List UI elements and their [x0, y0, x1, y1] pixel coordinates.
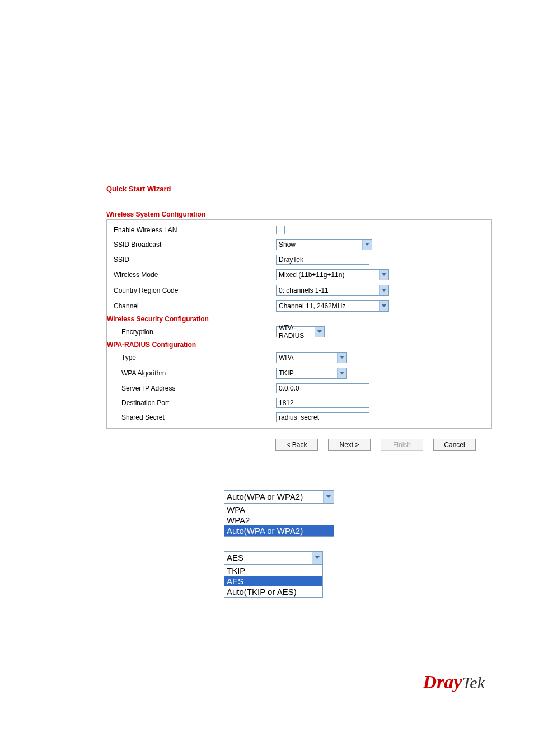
label-enable-wlan: Enable Wireless LAN: [114, 226, 276, 234]
chevron-down-icon: [379, 270, 388, 280]
divider: [106, 198, 492, 198]
select-value: 0: channels 1-11: [277, 287, 379, 294]
dropdown-option[interactable]: TKIP: [224, 565, 322, 576]
chevron-down-icon: [312, 552, 322, 564]
label-type: Type: [114, 354, 276, 361]
section-title-security: Wireless Security Configuration: [107, 315, 209, 323]
select-type[interactable]: WPA: [276, 352, 347, 363]
page-title: Quick Start Wizard: [106, 185, 492, 193]
example-algo-select[interactable]: AES: [224, 551, 323, 565]
checkbox-enable-wlan[interactable]: [276, 226, 285, 234]
select-value: Show: [277, 241, 362, 248]
select-value: WPA: [277, 354, 337, 361]
input-dest-port[interactable]: 1812: [276, 398, 369, 408]
section-title-system: Wireless System Configuration: [106, 210, 492, 218]
example-type-dropdown: WPA WPA2 Auto(WPA or WPA2): [224, 504, 334, 537]
dropdown-option-selected[interactable]: Auto(WPA or WPA2): [224, 525, 334, 536]
label-dest-port: Destination Port: [114, 399, 276, 407]
chevron-down-icon: [379, 301, 388, 311]
back-button[interactable]: < Back: [275, 439, 318, 451]
chevron-down-icon: [379, 285, 388, 295]
select-channel[interactable]: Channel 11, 2462MHz: [276, 300, 389, 312]
chevron-down-icon: [337, 353, 346, 363]
select-country-region[interactable]: 0: channels 1-11: [276, 285, 389, 296]
label-wireless-mode: Wireless Mode: [114, 271, 276, 279]
input-server-ip[interactable]: 0.0.0.0: [276, 383, 369, 393]
chevron-down-icon: [323, 491, 334, 503]
label-country-region: Country Region Code: [114, 287, 276, 294]
select-value: AES: [224, 552, 312, 564]
select-wireless-mode[interactable]: Mixed (11b+11g+11n): [276, 269, 389, 280]
label-channel: Channel: [114, 302, 276, 310]
label-wpa-algorithm: WPA Algorithm: [114, 369, 276, 377]
next-button[interactable]: Next >: [328, 439, 371, 451]
example-type-select[interactable]: Auto(WPA or WPA2): [224, 490, 334, 504]
label-server-ip: Server IP Address: [114, 384, 276, 392]
label-encryption: Encryption: [114, 328, 276, 336]
chevron-down-icon: [362, 240, 372, 250]
select-wpa-algorithm[interactable]: TKIP: [276, 368, 347, 379]
label-shared-secret: Shared Secret: [114, 414, 276, 421]
select-value: Channel 11, 2462MHz: [277, 302, 379, 310]
select-encryption[interactable]: WPA-RADIUS: [276, 326, 325, 337]
cancel-button[interactable]: Cancel: [433, 439, 476, 451]
select-value: TKIP: [277, 369, 337, 377]
example-algo-dropdown: TKIP AES Auto(TKIP or AES): [224, 565, 323, 598]
finish-button: Finish: [381, 439, 423, 451]
label-ssid: SSID: [114, 256, 276, 264]
select-value: Auto(WPA or WPA2): [224, 491, 323, 503]
label-ssid-broadcast: SSID Broadcast: [114, 241, 276, 248]
dropdown-option[interactable]: Auto(TKIP or AES): [224, 586, 322, 597]
dropdown-option[interactable]: WPA: [224, 504, 334, 515]
input-shared-secret[interactable]: radius_secret: [276, 412, 369, 422]
form-box: Enable Wireless LAN SSID Broadcast Show …: [106, 219, 492, 429]
dropdown-option[interactable]: WPA2: [224, 515, 334, 525]
chevron-down-icon: [337, 368, 346, 378]
dropdown-option-selected[interactable]: AES: [224, 576, 322, 586]
select-ssid-broadcast[interactable]: Show: [276, 239, 372, 250]
select-value: Mixed (11b+11g+11n): [277, 271, 379, 279]
chevron-down-icon: [315, 327, 324, 337]
select-value: WPA-RADIUS: [277, 324, 315, 340]
section-title-radius: WPA-RADIUS Configuration: [107, 341, 196, 349]
input-ssid[interactable]: DrayTek: [276, 255, 369, 265]
